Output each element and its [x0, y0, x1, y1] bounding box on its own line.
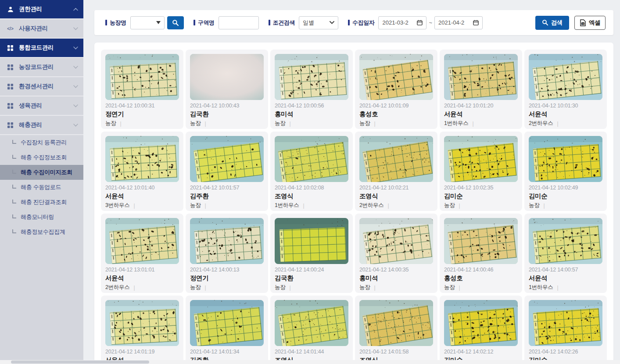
trap-photo	[529, 54, 602, 100]
condition-filter-group: 조건검색 일별	[269, 16, 338, 29]
condition-select[interactable]: 일별	[299, 16, 338, 29]
location-row: 농장 |	[359, 284, 433, 291]
image-card[interactable]: 2021-04-12 14:01:44 조영식 |	[270, 296, 353, 364]
calendar-icon[interactable]	[417, 20, 423, 25]
farmer-name: 홍성호	[359, 110, 433, 118]
image-card[interactable]: 2021-04-12 14:02:26 김미순 |	[524, 296, 607, 364]
calendar-icon[interactable]	[473, 20, 479, 25]
trap-photo	[275, 54, 348, 100]
date-filter-group: 수집일자 2021-03-2 ~ 2021-04-2	[348, 16, 483, 29]
sidebar-item-5[interactable]: 생육관리	[0, 96, 83, 116]
sidebar-item-4[interactable]: 환경센서관리	[0, 77, 83, 96]
trap-photo	[444, 54, 518, 100]
image-card[interactable]: 2021-04-12 14:02:12 김미순 |	[440, 296, 522, 364]
search-button[interactable]: 검색	[535, 16, 569, 30]
image-card[interactable]: 2021-04-12 10:00:31 정연기 농장 |	[101, 50, 183, 129]
trap-photo	[190, 136, 264, 182]
image-card[interactable]: 2021-04-12 10:01:40 서윤석 3번하우스 |	[101, 132, 183, 211]
farm-select[interactable]	[130, 16, 165, 29]
sidebar-subitem-4[interactable]: 해충 진단결과조회	[0, 195, 83, 210]
sidebar-subitem-label: 해충정보수집집계	[21, 228, 65, 236]
capture-timestamp: 2021-04-12 14:00:57	[529, 267, 602, 273]
farmer-name: 홍미석	[359, 274, 433, 282]
image-card[interactable]: 2021-04-12 14:00:35 홍미석 농장 |	[355, 214, 437, 293]
trap-photo	[529, 300, 602, 346]
image-card[interactable]: 2021-04-12 10:02:08 조영식 1번하우스 |	[270, 132, 353, 211]
location-row: 2번하우스 |	[359, 202, 433, 209]
divider: |	[459, 203, 460, 209]
capture-timestamp: 2021-04-12 14:00:46	[444, 267, 518, 273]
sidebar-item-1[interactable]: </>사용자관리	[0, 19, 83, 39]
image-card[interactable]: 2021-04-12 10:01:30 서윤석 2번하우스 |	[524, 50, 607, 129]
image-card[interactable]: 2021-04-12 10:00:43 김국환 농장 |	[186, 50, 268, 129]
image-card[interactable]: 2021-04-12 10:01:09 홍성호 농장 |	[355, 50, 437, 129]
zone-filter-group: 구역명	[194, 16, 259, 29]
image-card[interactable]: 2021-04-12 10:02:21 조영식 2번하우스 |	[355, 132, 437, 211]
image-card[interactable]: 2021-04-12 10:01:20 서윤석 1번하우스 |	[440, 50, 522, 129]
image-card[interactable]: 2021-04-12 14:00:46 홍성호 농장 |	[440, 214, 522, 293]
grid-icon	[7, 45, 14, 51]
date-to-input[interactable]: 2021-04-2	[434, 16, 483, 29]
capture-timestamp: 2021-04-12 14:01:44	[275, 349, 348, 355]
image-card[interactable]: 2021-04-12 14:00:24 김국환 농장 |	[270, 214, 353, 293]
farmer-name: 서윤석	[444, 110, 518, 118]
location-label: 농장	[275, 284, 285, 291]
sidebar-subitem-6[interactable]: 해충정보수집집계	[0, 225, 83, 239]
location-label: 1번하우스	[529, 284, 553, 291]
sidebar-item-3[interactable]: 농장코드관리	[0, 58, 83, 77]
date-from-input[interactable]: 2021-03-2	[378, 16, 426, 29]
excel-button[interactable]: x 엑셀	[574, 16, 606, 30]
trap-photo	[275, 218, 348, 264]
image-card[interactable]: 2021-04-12 14:01:58 조영식 |	[355, 296, 437, 364]
divider: |	[557, 285, 558, 291]
divider: |	[120, 121, 121, 127]
location-row: 1번하우스 |	[275, 202, 348, 209]
sidebar-subitem-5[interactable]: 해충모니터링	[0, 210, 83, 225]
image-card[interactable]: 2021-04-12 13:01:01 서윤석 2번하우스 |	[101, 214, 183, 293]
location-label: 농장	[529, 202, 539, 209]
label-bar	[105, 20, 107, 25]
location-label: 1번하우스	[275, 202, 299, 209]
horizontal-scrollbar-thumb[interactable]	[11, 360, 149, 364]
sidebar-item-label: 권한관리	[19, 5, 73, 13]
sidebar-item-label: 농장코드관리	[19, 63, 73, 71]
zone-name-label-text: 구역명	[198, 19, 215, 27]
sidebar-subitem-label: 해충모니터링	[21, 213, 54, 221]
location-row: 농장 |	[444, 284, 518, 291]
image-card[interactable]: 2021-04-12 14:00:13 정연기 농장 |	[186, 214, 268, 293]
divider: |	[387, 203, 389, 209]
sidebar-subitem-label: 해충 수집정보조회	[21, 153, 67, 161]
sidebar-item-label: 생육관리	[19, 102, 73, 110]
sidebar-item-2[interactable]: 통합코드관리	[0, 39, 83, 58]
zone-name-input[interactable]	[219, 16, 259, 29]
sidebar-subitem-3[interactable]: 해충 수동업로드	[0, 180, 83, 195]
image-card[interactable]: 2021-04-12 10:00:56 홍미석 농장 |	[270, 50, 353, 129]
filter-actions: 검색 x 엑셀	[535, 16, 606, 30]
image-card[interactable]: 2021-04-12 10:01:57 김주환 농장 |	[186, 132, 268, 211]
divider: |	[543, 203, 545, 209]
trap-photo	[529, 136, 602, 182]
sidebar-subitem-0[interactable]: 수집장치 등록관리	[0, 135, 83, 150]
image-card[interactable]: 2021-04-12 14:01:34 김주환 |	[186, 296, 268, 364]
location-label: 3번하우스	[105, 202, 129, 209]
image-card[interactable]: 2021-04-12 14:00:57 서윤석 1번하우스 |	[524, 214, 607, 293]
farm-search-button[interactable]	[167, 16, 184, 29]
grid-icon	[7, 103, 14, 109]
sidebar-item-6[interactable]: 해충관리	[0, 116, 83, 135]
sidebar-subitem-label: 해충 진단결과조회	[21, 198, 67, 206]
sidebar-item-0[interactable]: 권한관리	[0, 0, 83, 19]
excel-icon: x	[580, 19, 586, 26]
trap-photo	[275, 136, 348, 182]
image-card[interactable]: 2021-04-12 14:01:19 서윤석 |	[101, 296, 183, 364]
chevron-down-icon	[73, 104, 78, 107]
zone-name-label: 구역명	[194, 19, 215, 27]
horizontal-scrollbar[interactable]	[0, 360, 620, 364]
image-card[interactable]: 2021-04-12 10:02:49 김미순 농장 |	[524, 132, 607, 211]
trap-photo	[190, 54, 264, 100]
sidebar-subitem-2[interactable]: 해충 수집이미지조회	[0, 165, 83, 180]
location-label: 농장	[190, 284, 201, 291]
farmer-name: 김국환	[275, 274, 348, 282]
image-card[interactable]: 2021-04-12 10:02:35 김미순 농장 |	[440, 132, 522, 211]
grid-icon	[7, 122, 14, 128]
sidebar-subitem-1[interactable]: 해충 수집정보조회	[0, 150, 83, 165]
